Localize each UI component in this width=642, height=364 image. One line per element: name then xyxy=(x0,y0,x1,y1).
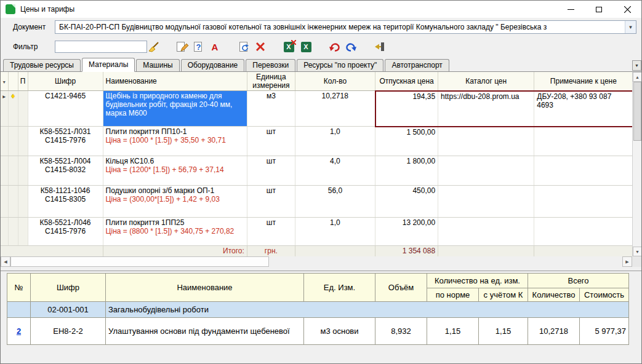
works-column-name: Наименование xyxy=(106,274,304,302)
note-cell[interactable] xyxy=(534,156,633,186)
minimize-button[interactable] xyxy=(556,1,585,18)
catalog-cell[interactable] xyxy=(438,218,534,246)
filter-input[interactable] xyxy=(55,41,147,53)
unit-cell[interactable]: шт xyxy=(247,156,295,186)
price-cell[interactable]: 1 500,00 xyxy=(375,127,438,156)
works-group-row[interactable]: 02-001-001 Загальнобудівельні роботи xyxy=(7,302,629,318)
qty-cell[interactable]: 10,2718 xyxy=(295,91,375,127)
works-column-total-group: Всего xyxy=(528,274,629,288)
tab-dropdown-icon[interactable]: ▼ xyxy=(632,60,641,71)
material-row-1[interactable]: ► ♦ С1421-9465 Щебінь із природного каме… xyxy=(1,91,633,127)
scroll-left-icon[interactable]: ◀ xyxy=(1,256,10,267)
material-row-5[interactable]: К58-5521-Л046С1415-7976 Плити покриття 1… xyxy=(1,218,633,246)
tab-project-resources[interactable]: Ресурсы "по проекту" xyxy=(297,59,383,71)
chevron-down-icon[interactable]: ▼ xyxy=(625,21,636,33)
unit-cell[interactable]: м3 xyxy=(247,91,295,127)
unit-cell[interactable]: шт xyxy=(247,127,295,156)
exit-button[interactable] xyxy=(371,39,388,55)
p-cell[interactable] xyxy=(18,127,28,156)
note-cell[interactable] xyxy=(534,127,633,156)
document-combobox[interactable]: БК-ПАІ-20-РП-СП Будівництво модульної га… xyxy=(55,20,636,34)
font-button[interactable]: A xyxy=(206,39,223,55)
column-price[interactable]: Отпускная цена xyxy=(375,72,438,91)
help-button[interactable]: ? xyxy=(189,39,206,55)
unit-cell[interactable]: шт xyxy=(247,218,295,246)
filter-clear-button[interactable] xyxy=(146,39,161,55)
column-catalog[interactable]: Каталог цен xyxy=(438,72,534,91)
column-name[interactable]: Наименование xyxy=(103,72,247,91)
name-cell[interactable]: Подушки опорні з/б марки ОП-1Ціна = (300… xyxy=(103,186,247,218)
tab-materials[interactable]: Материалы xyxy=(82,58,135,72)
excel-export-button[interactable]: X xyxy=(297,39,315,55)
select-all-header[interactable]: ▼ xyxy=(1,72,8,91)
column-code[interactable]: Шифр xyxy=(28,72,103,91)
vertical-scrollbar[interactable]: ▲ ▼ xyxy=(632,72,641,256)
undo-button[interactable] xyxy=(326,39,343,55)
code-cell[interactable]: К58-5521-Л004С1415-8032 xyxy=(28,156,103,186)
column-p: П xyxy=(18,72,28,91)
code-cell[interactable]: С1421-9465 xyxy=(28,91,103,127)
scroll-right-icon[interactable]: ▶ xyxy=(622,256,632,267)
catalog-cell[interactable]: https://dbu-208.prom.ua xyxy=(438,91,534,127)
edit-document-button[interactable] xyxy=(172,39,189,55)
code-cell[interactable]: К58-1121-1046С1415-8305 xyxy=(28,186,103,218)
catalog-cell[interactable] xyxy=(438,156,534,186)
price-cell[interactable]: 194,35 xyxy=(375,91,438,127)
catalog-cell[interactable] xyxy=(438,186,534,218)
unit-cell[interactable]: шт xyxy=(247,186,295,218)
tab-machines[interactable]: Машины xyxy=(136,59,179,71)
scroll-down-icon[interactable]: ▼ xyxy=(633,247,641,256)
column-qty[interactable]: Кол-во xyxy=(295,72,375,91)
excel-remove-button[interactable]: X xyxy=(280,39,297,55)
material-row-2[interactable]: К58-5521-Л031С1415-7976 Плити покриття П… xyxy=(1,127,633,156)
column-unit[interactable]: Единица измерения xyxy=(247,72,295,91)
column-note[interactable]: Примечание к цене xyxy=(534,72,633,91)
p-cell[interactable] xyxy=(18,186,28,218)
works-header-row-1: № Шифр Наименование Ед. Изм. Объём Колич… xyxy=(7,274,629,288)
maximize-button[interactable] xyxy=(585,1,613,18)
qty-cell[interactable]: 4,0 xyxy=(295,156,375,186)
catalog-cell[interactable] xyxy=(438,127,534,156)
work-row-link[interactable]: 2 xyxy=(17,326,21,336)
scroll-up-icon[interactable]: ▲ xyxy=(633,72,641,82)
works-data-row[interactable]: 2 ЕН8-2-2 Улаштування основи під фундаме… xyxy=(7,318,629,345)
row-status-cell xyxy=(8,186,18,218)
vertical-scroll-thumb[interactable] xyxy=(633,82,641,141)
price-cell[interactable]: 450,00 xyxy=(375,186,438,218)
redo-button[interactable] xyxy=(343,39,360,55)
tab-autotransport[interactable]: Автотранспорт xyxy=(385,59,449,71)
name-cell[interactable]: Плити покриття ПП10-1Ціна = (1000 * [1.5… xyxy=(103,127,247,156)
horizontal-scroll-track[interactable] xyxy=(10,256,622,267)
qty-cell[interactable]: 1,0 xyxy=(295,218,375,246)
note-cell[interactable] xyxy=(534,218,633,246)
p-cell[interactable] xyxy=(18,218,28,246)
close-button[interactable] xyxy=(613,1,641,18)
material-row-3[interactable]: К58-5521-Л004С1415-8032 Кільця КС10.6Цін… xyxy=(1,156,633,186)
tab-transportation[interactable]: Перевозки xyxy=(246,59,295,71)
work-quantity-cell: 10,2718 xyxy=(528,318,580,345)
name-cell-selected[interactable]: Щебінь із природного каменю для будівель… xyxy=(103,91,247,127)
update-prices-button[interactable] xyxy=(235,39,252,55)
materials-header-row: ▼ П Шифр Наименование Единица измерения … xyxy=(1,72,633,91)
price-cell[interactable]: 1 800,00 xyxy=(375,156,438,186)
material-row-4[interactable]: К58-1121-1046С1415-8305 Подушки опорні з… xyxy=(1,186,633,218)
p-cell[interactable] xyxy=(18,156,28,186)
code-cell[interactable]: К58-5521-Л031С1415-7976 xyxy=(28,127,103,156)
work-num-cell[interactable]: 2 xyxy=(7,318,31,345)
horizontal-scroll-thumb[interactable] xyxy=(10,256,269,267)
totals-empty xyxy=(534,246,633,257)
qty-cell[interactable]: 1,0 xyxy=(295,127,375,156)
delete-button[interactable] xyxy=(252,39,269,55)
note-cell[interactable]: ДБУ-208, +380 93 087 4693 xyxy=(534,91,633,127)
name-cell[interactable]: Плити покриття 1ПП25Ціна = (8800 * [1.5]… xyxy=(103,218,247,246)
name-cell[interactable]: Кільця КС10.6Ціна = (1200* [1.5]) + 56,7… xyxy=(103,156,247,186)
horizontal-scrollbar[interactable]: ◀ ▶ xyxy=(1,256,641,267)
price-cell[interactable]: 13 200,00 xyxy=(375,218,438,246)
tab-equipment[interactable]: Оборудование xyxy=(181,59,245,71)
qty-cell[interactable]: 56,0 xyxy=(295,186,375,218)
p-cell[interactable] xyxy=(18,91,28,127)
tab-labor-resources[interactable]: Трудовые ресурсы xyxy=(3,59,81,71)
note-cell[interactable] xyxy=(534,186,633,218)
code-cell[interactable]: К58-5521-Л046С1415-7976 xyxy=(28,218,103,246)
work-volume-cell: 8,932 xyxy=(375,318,427,345)
